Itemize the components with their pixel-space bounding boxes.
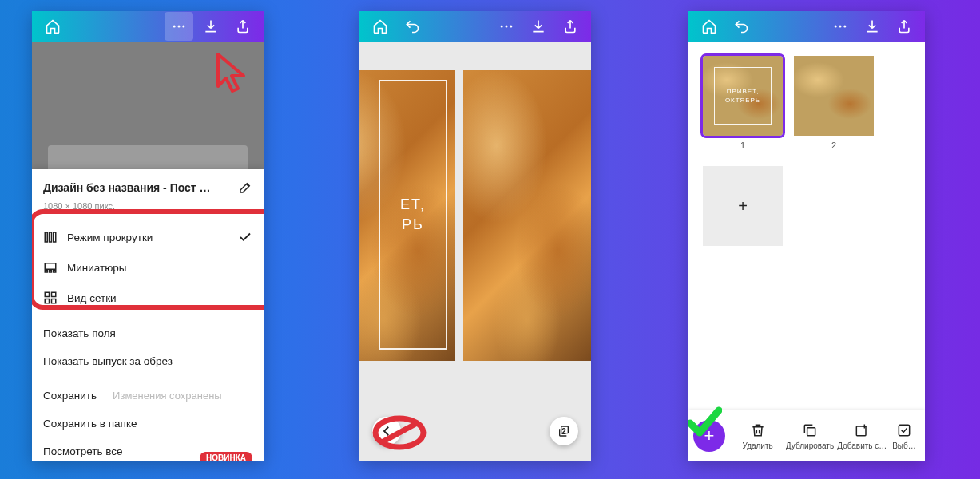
trash-icon [750, 422, 766, 438]
svg-rect-8 [50, 271, 52, 272]
svg-rect-9 [54, 271, 56, 272]
svg-point-15 [506, 26, 508, 28]
screenshot-1: Дизайн без названия - Пост … 1080 × 1080… [32, 11, 264, 461]
menu-label: Сохранить [43, 390, 97, 402]
page-toolbar: + Удалить Дублировать Добавить с… Выб… [688, 410, 925, 461]
topbar [359, 11, 591, 42]
filmstrip-icon [43, 260, 58, 275]
menu-item-view-comments[interactable]: Посмотреть все комментарии НОВИНКА [32, 437, 264, 461]
thumb-1-text: ПРИВЕТ,ОКТЯБРЬ [725, 87, 760, 105]
tool-label: Добавить с… [837, 441, 887, 450]
close-fab[interactable] [372, 417, 401, 445]
home-button[interactable] [695, 12, 724, 41]
svg-point-16 [510, 26, 512, 28]
tool-label: Удалить [743, 441, 773, 450]
tool-add[interactable]: Добавить с… [836, 422, 888, 450]
share-button[interactable] [556, 12, 585, 41]
menu-label: Показать поля [43, 327, 116, 339]
screenshot-2: ЕТ, РЬ 2 [359, 11, 591, 461]
menu-item-grid-view[interactable]: Вид сетки [32, 283, 264, 313]
options-sheet: Дизайн без названия - Пост … 1080 × 1080… [32, 169, 264, 461]
scroll-canvas[interactable]: ЕТ, РЬ [359, 42, 591, 361]
sheet-title: Дизайн без названия - Пост … [43, 181, 232, 194]
menu-label: Режим прокрутки [67, 232, 153, 243]
svg-point-2 [182, 26, 184, 28]
svg-rect-23 [807, 427, 815, 435]
add-page-tile[interactable]: + [703, 166, 783, 246]
svg-point-22 [843, 26, 846, 28]
screenshot-3: ПРИВЕТ,ОКТЯБРЬ 1 2 + + Удалить [688, 11, 925, 461]
svg-rect-5 [54, 232, 56, 242]
more-options-button[interactable] [826, 12, 855, 41]
menu-label: Сохранить в папке [43, 418, 137, 430]
more-options-button[interactable] [492, 12, 521, 41]
svg-rect-11 [52, 292, 56, 296]
download-button[interactable] [524, 12, 553, 41]
thumbnail-grid: ПРИВЕТ,ОКТЯБРЬ 1 2 + [688, 42, 925, 260]
add-page-fab[interactable]: + [693, 420, 725, 452]
columns-icon [43, 230, 58, 244]
share-button[interactable] [890, 12, 919, 41]
design-dimensions: 1080 × 1080 пикс. [32, 201, 264, 222]
menu-label: Миниатюры [67, 262, 127, 274]
rename-button[interactable] [238, 180, 252, 195]
grid-icon [43, 291, 58, 305]
topbar [32, 11, 264, 42]
page-count: 2 [561, 427, 566, 436]
menu-label: Показать выпуск за обрез [43, 355, 173, 367]
page-thumb-2[interactable] [794, 56, 874, 136]
cursor-annotation [213, 51, 252, 97]
menu-label: Вид сетки [67, 292, 117, 304]
svg-point-20 [835, 26, 837, 28]
svg-rect-7 [45, 271, 47, 272]
svg-rect-12 [45, 299, 49, 303]
svg-point-21 [839, 26, 842, 28]
checkmark-annotation [688, 406, 722, 437]
undo-button[interactable] [727, 12, 756, 41]
menu-item-show-bleed[interactable]: Показать выпуск за обрез [32, 347, 264, 375]
home-button[interactable] [38, 12, 67, 41]
thumb-2-number: 2 [831, 141, 836, 150]
svg-rect-13 [52, 299, 56, 303]
download-button[interactable] [196, 12, 225, 41]
new-badge: НОВИНКА [200, 452, 252, 462]
menu-item-show-margins[interactable]: Показать поля [32, 319, 264, 347]
tool-label: Дублировать [786, 441, 834, 450]
tool-delete[interactable]: Удалить [732, 422, 784, 450]
svg-point-1 [178, 26, 181, 28]
svg-point-14 [501, 26, 503, 28]
thumb-1-number: 1 [740, 141, 745, 150]
svg-rect-10 [45, 292, 49, 296]
check-icon [238, 230, 252, 244]
menu-item-save-to-folder[interactable]: Сохранить в папке [32, 410, 264, 437]
tool-select[interactable]: Выб… [888, 422, 920, 450]
home-button[interactable] [366, 12, 395, 41]
plus-icon: + [738, 197, 748, 216]
page-1-text: ЕТ, РЬ [400, 195, 426, 235]
select-icon [896, 422, 912, 438]
page-1[interactable]: ЕТ, РЬ [359, 70, 455, 361]
svg-rect-4 [50, 232, 52, 242]
svg-rect-25 [899, 425, 909, 435]
menu-item-save[interactable]: Сохранить Изменения сохранены [32, 382, 264, 410]
download-button[interactable] [858, 12, 887, 41]
save-status: Изменения сохранены [113, 390, 222, 402]
share-button[interactable] [228, 12, 257, 41]
svg-rect-6 [45, 263, 56, 270]
add-page-icon [854, 422, 870, 438]
copy-icon [802, 422, 818, 438]
more-options-button[interactable] [165, 12, 193, 41]
menu-item-scroll-mode[interactable]: Режим прокрутки [32, 222, 264, 252]
undo-button[interactable] [398, 12, 427, 41]
svg-rect-3 [45, 232, 47, 242]
svg-point-0 [173, 26, 176, 28]
page-thumb-1[interactable]: ПРИВЕТ,ОКТЯБРЬ [703, 56, 783, 136]
page-2[interactable] [463, 70, 591, 361]
topbar [688, 11, 925, 42]
tool-label: Выб… [892, 441, 916, 450]
tool-duplicate[interactable]: Дублировать [784, 422, 835, 450]
page-count-fab[interactable]: 2 [550, 417, 578, 445]
menu-item-thumbnails[interactable]: Миниатюры [32, 252, 264, 283]
menu-label: Посмотреть все комментарии [43, 445, 190, 461]
